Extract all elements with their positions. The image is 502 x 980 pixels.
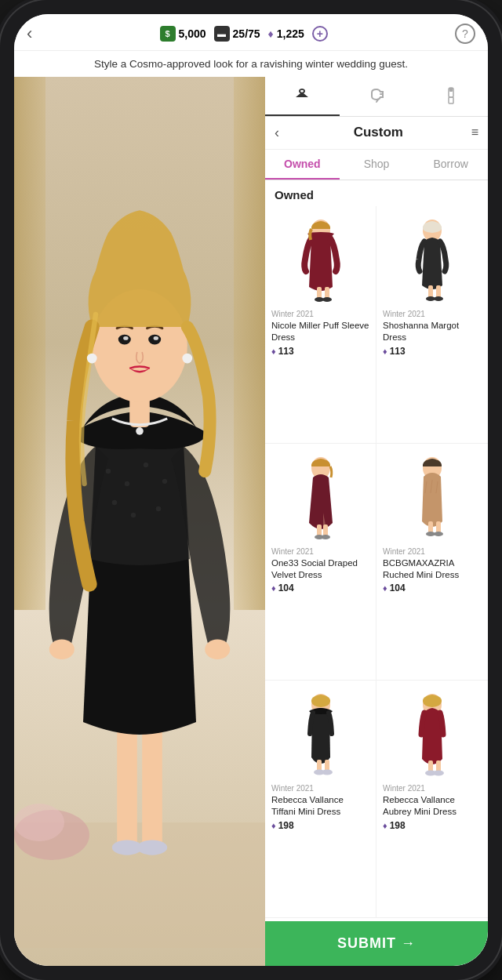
item-season-6: Winter 2021 <box>383 784 482 793</box>
panel-back-button[interactable]: ‹ <box>275 125 279 141</box>
svg-point-6 <box>137 840 167 855</box>
hanger-icon <box>293 86 311 105</box>
item-price-5: ♦ 198 <box>271 820 369 831</box>
svg-point-52 <box>434 532 443 536</box>
list-item[interactable]: Winter 2021 Rebecca Vallance Tiffani Min… <box>265 681 376 918</box>
cash-icon: $ <box>160 26 176 42</box>
svg-point-13 <box>156 506 161 511</box>
dress-figure-2 <box>405 216 460 303</box>
category-tab-clothing[interactable] <box>265 77 340 116</box>
tab-owned[interactable]: Owned <box>265 150 340 180</box>
item-name-2: Shoshanna Margot Dress <box>383 320 482 343</box>
item-price-6: ♦ 198 <box>383 820 482 831</box>
list-item[interactable]: Winter 2021 Shoshanna Margot Dress ♦ 113 <box>376 206 488 444</box>
item-image-1 <box>271 212 369 307</box>
svg-point-9 <box>144 463 148 467</box>
lipstick-icon <box>442 86 460 105</box>
svg-rect-37 <box>436 285 441 298</box>
list-item[interactable]: Winter 2021 One33 Social Draped Velvet D… <box>265 444 376 681</box>
item-image-4 <box>383 450 482 544</box>
svg-point-2 <box>14 804 64 841</box>
diamond-currency: ♦ 1,225 <box>268 27 304 40</box>
back-button[interactable]: ‹ <box>27 24 32 44</box>
item-season-2: Winter 2021 <box>383 310 482 318</box>
submit-button[interactable]: SUBMIT → <box>265 921 488 966</box>
svg-point-22 <box>154 336 158 340</box>
svg-rect-28 <box>449 88 453 92</box>
svg-point-8 <box>125 481 129 486</box>
main-content: ‹ Custom ≡ Owned Shop Borrow <box>14 77 488 966</box>
ticket-currency: ▬ 25/75 <box>214 26 260 42</box>
diamond-icon: ♦ <box>268 27 274 40</box>
item-season-1: Winter 2021 <box>271 310 369 318</box>
svg-point-39 <box>434 296 443 301</box>
dress-figure-3 <box>293 454 348 540</box>
avatar-panel <box>14 77 265 966</box>
item-name-1: Nicole Miller Puff Sleeve Dress <box>271 320 369 343</box>
svg-point-15 <box>205 639 230 659</box>
item-name-6: Rebecca Vallance Aubrey Mini Dress <box>383 794 482 818</box>
svg-point-57 <box>322 770 333 775</box>
diamond-amount: 1,225 <box>277 27 304 40</box>
item-price-3: ♦ 104 <box>271 583 369 593</box>
dress-figure-6 <box>405 691 460 777</box>
svg-point-21 <box>123 336 128 340</box>
item-name-3: One33 Social Draped Velvet Dress <box>271 557 369 581</box>
dress-figure-4 <box>405 454 460 540</box>
challenge-text: Style a Cosmo-approved look for a ravish… <box>14 51 488 77</box>
diamond-icon-1: ♦ <box>271 347 276 356</box>
item-image-5 <box>271 687 369 781</box>
svg-point-11 <box>112 500 117 505</box>
add-currency-button[interactable]: + <box>312 26 328 42</box>
dress-figure-1 <box>293 216 348 303</box>
item-price-4: ♦ 104 <box>383 583 482 593</box>
ticket-amount: 25/75 <box>233 27 260 40</box>
cash-currency: $ 5,000 <box>160 26 206 42</box>
help-button[interactable]: ? <box>455 24 475 44</box>
tab-borrow[interactable]: Borrow <box>413 150 488 180</box>
list-item[interactable]: Winter 2021 BCBGMAXAZRIA Ruched Mini Dre… <box>376 444 488 681</box>
svg-point-23 <box>87 354 97 364</box>
item-price-2: ♦ 113 <box>383 346 482 357</box>
svg-rect-3 <box>117 722 137 848</box>
curtain-left <box>14 77 45 610</box>
section-label: Owned <box>265 180 488 206</box>
svg-point-62 <box>433 771 444 776</box>
top-bar: ‹ $ 5,000 ▬ 25/75 ♦ 1,225 + ? <box>14 14 488 51</box>
svg-rect-42 <box>323 524 328 536</box>
avatar-figure <box>14 77 265 966</box>
item-image-2 <box>383 212 482 307</box>
diamond-icon-5: ♦ <box>271 821 276 830</box>
item-name-4: BCBGMAXAZRIA Ruched Mini Dress <box>383 557 482 581</box>
category-tab-accessory[interactable] <box>413 77 488 116</box>
diamond-icon-4: ♦ <box>383 583 387 593</box>
svg-point-10 <box>162 479 167 484</box>
sub-tabs: Owned Shop Borrow <box>265 150 488 180</box>
curtain-right <box>234 77 265 610</box>
panel-title: Custom <box>286 125 471 140</box>
category-tab-hair[interactable] <box>340 77 414 116</box>
diamond-icon-2: ♦ <box>383 347 387 356</box>
item-season-3: Winter 2021 <box>271 547 369 556</box>
avatar-background <box>14 77 265 966</box>
list-item[interactable]: Winter 2021 Rebecca Vallance Aubrey Mini… <box>376 681 488 918</box>
right-panel: ‹ Custom ≡ Owned Shop Borrow <box>265 77 488 966</box>
phone-screen: ‹ $ 5,000 ▬ 25/75 ♦ 1,225 + ? Style a Co… <box>14 14 488 966</box>
svg-point-17 <box>136 427 144 435</box>
svg-point-44 <box>321 535 330 539</box>
category-tabs <box>265 77 488 117</box>
phone-frame: ‹ $ 5,000 ▬ 25/75 ♦ 1,225 + ? Style a Co… <box>0 0 502 980</box>
svg-point-14 <box>49 639 75 659</box>
item-season-4: Winter 2021 <box>383 547 482 556</box>
svg-point-34 <box>322 297 332 302</box>
tab-shop[interactable]: Shop <box>340 150 414 180</box>
svg-rect-4 <box>142 722 162 848</box>
filter-icon[interactable]: ≡ <box>471 125 478 140</box>
svg-point-7 <box>106 469 111 474</box>
svg-rect-36 <box>428 285 433 298</box>
list-item[interactable]: Winter 2021 Nicole Miller Puff Sleeve Dr… <box>265 206 376 444</box>
item-name-5: Rebecca Vallance Tiffani Mini Dress <box>271 794 369 818</box>
ticket-icon: ▬ <box>214 26 230 42</box>
item-image-6 <box>383 687 482 781</box>
item-price-1: ♦ 113 <box>271 346 369 357</box>
